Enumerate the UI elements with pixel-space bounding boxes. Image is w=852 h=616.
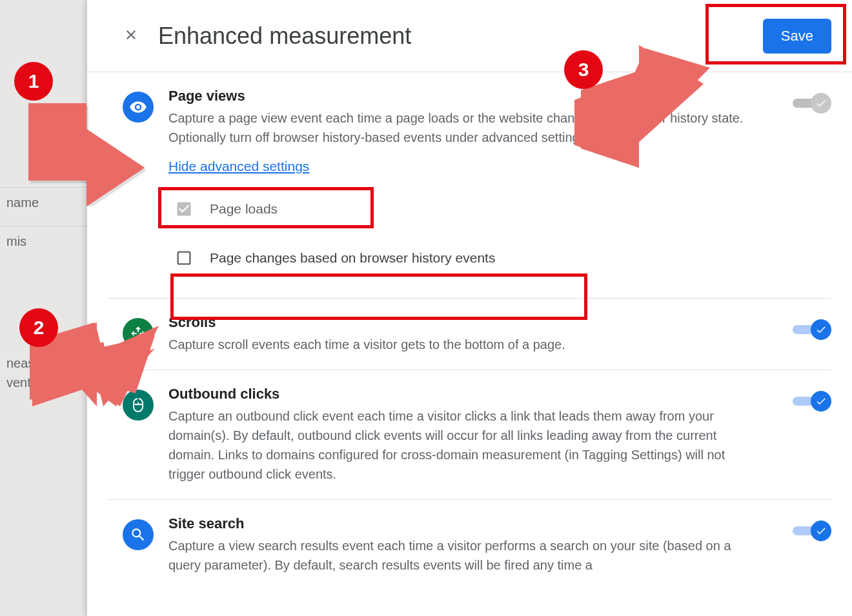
mouse-icon	[123, 390, 154, 421]
section-title: Site search	[168, 515, 760, 532]
toggle-outbound-clicks[interactable]	[793, 392, 831, 410]
section-page-views: Page views Capture a page view event eac…	[108, 72, 831, 299]
section-description: Capture an outbound click event each tim…	[168, 406, 760, 484]
search-icon	[123, 519, 154, 550]
option-page-loads: Page loads	[175, 184, 760, 233]
option-page-changes-history[interactable]: Page changes based on browser history ev…	[175, 233, 760, 283]
section-description: Capture a view search results event each…	[168, 536, 760, 575]
eye-icon	[123, 92, 154, 123]
enhanced-measurement-panel: Enhanced measurement Save Page views Cap…	[87, 0, 852, 616]
section-outbound-clicks: Outbound clicks Capture an outbound clic…	[108, 370, 831, 500]
panel-header: Enhanced measurement Save	[87, 0, 852, 72]
panel-content[interactable]: Page views Capture a page view event eac…	[87, 72, 852, 616]
section-site-search: Site search Capture a view search result…	[108, 500, 831, 590]
save-button[interactable]: Save	[763, 19, 831, 54]
option-label: Page loads	[210, 201, 278, 217]
checkbox-checked-disabled-icon	[175, 200, 193, 218]
toggle-site-search[interactable]	[793, 522, 831, 540]
bg-text: vents. You mu	[0, 368, 87, 398]
section-title: Scrolls	[168, 314, 760, 331]
scroll-icon	[123, 318, 154, 349]
section-description: Capture scroll events each time a visito…	[168, 335, 760, 354]
background-dimmed: name mis neasurement. vents. You mu	[0, 0, 87, 616]
close-icon[interactable]	[123, 26, 139, 46]
toggle-page-views	[793, 94, 831, 112]
section-description: Capture a page view event each time a pa…	[168, 108, 760, 147]
toggle-scrolls[interactable]	[793, 321, 831, 339]
section-title: Outbound clicks	[168, 386, 760, 402]
checkbox-unchecked-icon[interactable]	[175, 249, 193, 267]
option-label: Page changes based on browser history ev…	[210, 250, 495, 266]
section-scrolls: Scrolls Capture scroll events each time …	[108, 299, 831, 370]
bg-text: name	[0, 187, 87, 218]
section-title: Page views	[168, 88, 760, 104]
hide-advanced-settings-link[interactable]: Hide advanced settings	[168, 159, 309, 174]
panel-title: Enhanced measurement	[158, 23, 411, 50]
bg-text: mis	[0, 226, 87, 257]
